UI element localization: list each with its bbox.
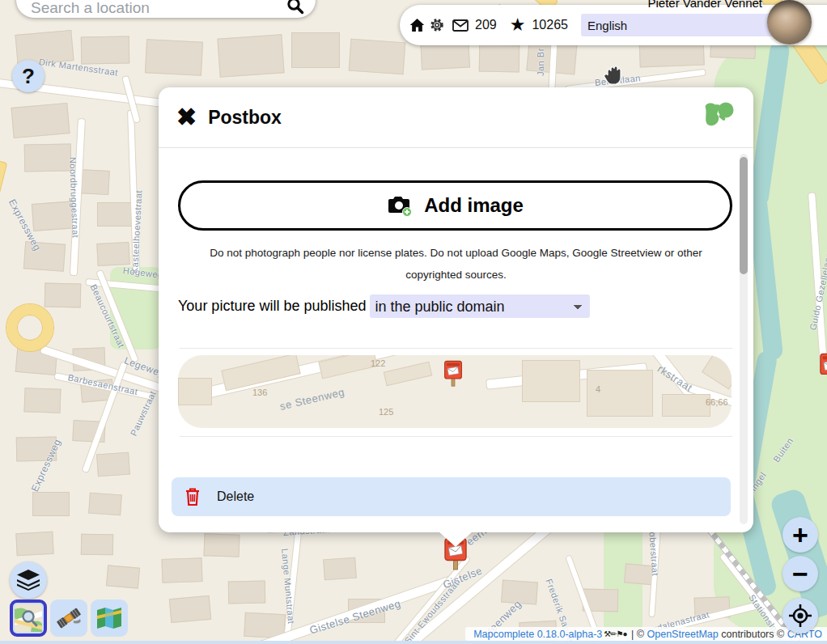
building [15,532,53,556]
gear-icon[interactable] [430,18,444,32]
satellite-icon [55,604,83,632]
building [228,581,265,604]
building [145,39,203,76]
user-avatar[interactable] [767,0,812,44]
header-divider [159,147,753,148]
building [161,557,202,583]
help-button[interactable]: ? [12,60,45,92]
home-icon[interactable] [409,18,425,32]
zoom-out-button[interactable]: − [782,556,818,591]
crosshair-icon [788,604,812,628]
building [291,32,340,68]
mini-map-label: 122 [371,358,385,368]
mini-map-building [702,355,732,389]
building [23,388,61,413]
messages-count: 209 [475,18,497,32]
camera-plus-icon [387,195,413,217]
dialog-pointer-tail [438,531,473,547]
building [88,493,122,516]
publish-row: Your picture will be published in the pu… [178,294,753,318]
messages-icon[interactable] [452,19,469,32]
building [24,143,72,172]
delete-button[interactable]: Delete [172,477,731,516]
mini-map-building [384,362,433,387]
osm-link[interactable]: OpenStreetMap [647,629,719,640]
add-image-button[interactable]: Add image [178,180,732,231]
publish-prefix: Your picture will be published [178,298,366,315]
building [11,103,70,138]
folded-map-icon [95,604,123,632]
dialog-title: Postbox [208,107,282,129]
building [479,44,520,73]
section-divider-2 [180,436,732,437]
stars-count: 10265 [532,18,568,32]
building [349,39,406,75]
search-icon[interactable] [286,0,304,18]
license-note: Do not photograph people nor license pla… [194,242,718,286]
language-select[interactable]: English [581,14,783,36]
user-bar: 209 ★ 10265 English [400,5,827,45]
search-input[interactable] [29,0,272,18]
dialog-header: ✖ Postbox [159,87,753,147]
building [96,452,130,477]
mapcomplete-version-link[interactable]: Mapcomplete 0.18.0-alpha-3 [473,629,602,640]
attribution-bar: Mapcomplete 0.18.0-alpha-3 ⚒✏⚑● | © Open… [465,627,827,641]
mini-map-building [522,360,580,402]
mini-map-label: 136 [252,388,267,397]
map-style-map-button[interactable] [91,600,128,637]
layers-button[interactable] [10,561,47,599]
star-icon[interactable]: ★ [510,15,526,36]
building [96,242,129,266]
postbox-dialog: ✖ Postbox Add image Do not photograph pe… [159,87,753,532]
layers-icon [17,570,40,591]
building [81,534,113,556]
license-select[interactable]: in the public domain [370,294,590,318]
map-style-satellite-button[interactable] [50,600,87,637]
postbox-marker-edge[interactable] [819,353,827,388]
mapcomplete-logo-icon [702,100,736,135]
trash-icon [184,487,201,506]
street-label: Jan Br [536,48,545,76]
mini-map-label: se Steenweg [278,386,346,413]
mini-map-building [318,355,377,379]
road-segment [0,158,7,644]
delete-label: Delete [217,489,254,504]
bottom-strip [0,641,827,644]
user-name: Pieter Vander Vennet [648,0,763,10]
mini-map-building [178,378,212,405]
roundabout-road [6,304,53,351]
attribution-separator: | © [629,629,647,640]
mini-map-label: 125 [379,407,393,417]
zoom-out-label: − [792,558,808,590]
dialog-scrollbar-track [740,154,748,524]
zoom-in-label: + [792,519,808,551]
add-image-label: Add image [424,194,524,217]
building [81,36,130,64]
mini-map-postbox-marker [443,360,463,391]
mini-map-building [662,394,710,417]
building [97,202,134,227]
help-label: ? [22,64,35,89]
mini-map-label: 66;66 [706,397,728,407]
geolocate-button[interactable] [782,598,818,633]
close-icon[interactable]: ✖ [176,105,197,129]
osm-style-icon [15,604,42,632]
building [169,595,211,623]
building [217,34,284,77]
search-bar[interactable] [16,0,316,18]
building [323,557,357,581]
building [45,283,82,308]
zoom-in-button[interactable]: + [782,517,818,553]
mini-map-label: 4 [596,384,600,394]
section-divider [180,348,732,349]
building [204,533,240,557]
map-style-osm-button[interactable] [10,600,47,637]
attribution-contributors: contributors © [719,629,787,640]
building [106,565,140,588]
building [32,492,70,516]
dialog-scrollbar-thumb[interactable] [740,157,748,274]
mini-map[interactable]: 122136se Steenweg1254rkstraat66;66 [178,355,732,428]
attribution-icons: ⚒✏⚑● [604,629,626,638]
